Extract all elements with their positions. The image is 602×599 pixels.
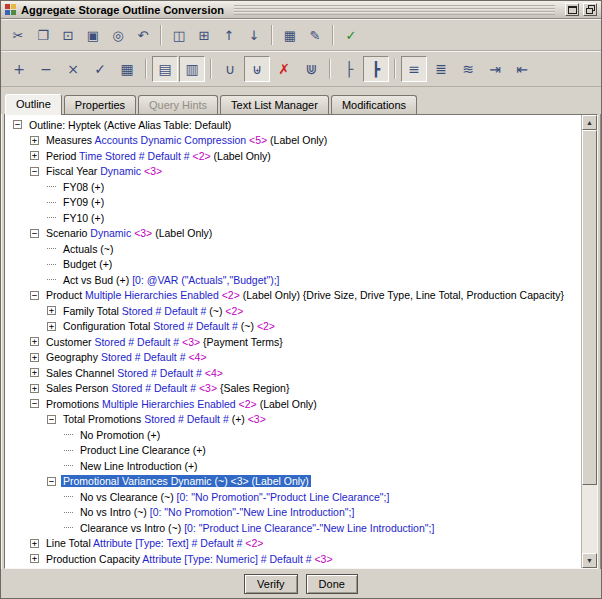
tab-text-list-manager[interactable]: Text List Manager <box>220 95 329 114</box>
tree-row[interactable]: −Total Promotions Stored # Default # (+)… <box>9 412 581 428</box>
collapse-icon[interactable]: − <box>30 399 39 408</box>
tree-row[interactable]: +Drive Type Attribute [Type: Text] # Def… <box>9 567 581 569</box>
collapse-icon[interactable]: − <box>30 291 39 300</box>
maximize-window-button[interactable] <box>565 3 579 16</box>
accept-edit-button[interactable]: ✓ <box>87 56 113 82</box>
indent-button[interactable]: ⇥ <box>482 56 508 82</box>
delete-member-button[interactable]: × <box>60 56 86 82</box>
outdent-button[interactable]: ⇤ <box>509 56 535 82</box>
tree-row[interactable]: New Line Introduction (+) <box>9 458 581 474</box>
expand-icon[interactable]: + <box>30 384 39 393</box>
tree-row[interactable]: Budget (+) <box>9 257 581 273</box>
data-grid-button[interactable]: ▦ <box>278 23 302 47</box>
undo-button[interactable]: ↶ <box>131 23 155 47</box>
expand-icon[interactable]: + <box>30 353 39 362</box>
tree-row[interactable]: +Measures Accounts Dynamic Compression <… <box>9 133 581 149</box>
tab-properties[interactable]: Properties <box>64 95 136 114</box>
outline-view-mode-button[interactable]: ▥ <box>179 56 205 82</box>
tree-row[interactable]: −Outline: Hyptek (Active Alias Table: De… <box>9 117 581 133</box>
collapse-member-button[interactable]: − <box>33 56 59 82</box>
outline-edit-mode-icon: ▤ <box>158 61 171 77</box>
done-button[interactable]: Done <box>306 574 358 594</box>
expand-icon[interactable]: + <box>30 368 39 377</box>
scroll-down-button[interactable]: ▼ <box>582 553 597 568</box>
tree-row[interactable]: −Promotions Multiple Hierarchies Enabled… <box>9 396 581 412</box>
collapse-icon[interactable]: − <box>30 167 39 176</box>
tree-row[interactable]: −Product Multiple Hierarchies Enabled <2… <box>9 288 581 304</box>
show-formulas-button[interactable]: ≋ <box>455 56 481 82</box>
tree-row[interactable]: +Period Time Stored # Default # <2> (Lab… <box>9 148 581 164</box>
main-toolbar: ✂❐⊡▣◎↶◫⊞↑↓▦✎✓ <box>1 19 601 51</box>
tree-row[interactable]: +Geography Stored # Default # <4> <box>9 350 581 366</box>
load-data-button[interactable]: ∪ <box>217 56 243 82</box>
paste-button[interactable]: ⊡ <box>56 23 80 47</box>
tab-query-hints[interactable]: Query Hints <box>138 95 218 114</box>
copy-button[interactable]: ❐ <box>31 23 55 47</box>
member-text: Customer <box>46 336 94 348</box>
verify-button[interactable]: Verify <box>244 574 298 594</box>
tree-row[interactable]: −Fiscal Year Dynamic <3> <box>9 164 581 180</box>
scrollbar-track[interactable] <box>582 130 597 553</box>
tree-row[interactable]: +Family Total Stored # Default # (~) <2> <box>9 303 581 319</box>
expand-icon[interactable]: + <box>30 151 39 160</box>
clear-data-button[interactable]: ✗ <box>271 56 297 82</box>
outline-tree[interactable]: −Outline: Hyptek (Active Alias Table: De… <box>5 115 581 568</box>
expand-icon[interactable]: + <box>47 322 56 331</box>
tree-row[interactable]: Clearance vs Intro (~) [0: "Product Line… <box>9 520 581 536</box>
scroll-up-button[interactable]: ▲ <box>582 115 597 130</box>
tree-row[interactable]: +Sales Channel Stored # Default # <4> <box>9 365 581 381</box>
accept-edit-icon: ✓ <box>94 61 106 77</box>
collapse-icon[interactable]: − <box>30 229 39 238</box>
tree-row[interactable]: +Sales Person Stored # Default # <3> {Sa… <box>9 381 581 397</box>
member-label: Budget (+) <box>61 258 114 270</box>
tree-row[interactable]: Act vs Bud (+) [0: @VAR ("Actuals","Budg… <box>9 272 581 288</box>
tree-row[interactable]: FY10 (+) <box>9 210 581 226</box>
tab-modifications[interactable]: Modifications <box>331 95 417 114</box>
outline-edit-mode-button[interactable]: ▤ <box>152 56 178 82</box>
insert-member-button[interactable]: ⊞ <box>192 23 216 47</box>
cut-button[interactable]: ✂ <box>6 23 30 47</box>
title-bar[interactable]: Aggregate Storage Outline Conversion <box>1 1 601 19</box>
show-aliases-button[interactable]: ≣ <box>428 56 454 82</box>
expand-member-button[interactable]: + <box>6 56 32 82</box>
tab-outline[interactable]: Outline <box>5 94 62 115</box>
build-dimensions-button[interactable]: ⊎ <box>244 56 270 82</box>
tree-row[interactable]: FY08 (+) <box>9 179 581 195</box>
expand-icon[interactable]: + <box>30 554 39 563</box>
expand-icon[interactable]: + <box>30 539 39 548</box>
show-hierarchy-button[interactable]: ├ <box>336 56 362 82</box>
sort-ascending-button[interactable]: ↑ <box>217 23 241 47</box>
expand-icon[interactable]: + <box>30 136 39 145</box>
edit-formula-button[interactable]: ✎ <box>303 23 327 47</box>
member-properties-button[interactable]: ▦ <box>114 56 140 82</box>
insert-dimension-button[interactable]: ◫ <box>167 23 191 47</box>
member-text: Stored # Default # <box>122 305 210 317</box>
expand-icon[interactable]: + <box>30 337 39 346</box>
scrollbar-thumb[interactable] <box>582 130 597 485</box>
tree-row[interactable]: No vs Clearance (~) [0: "No Promotion"-"… <box>9 489 581 505</box>
verify-outline-button[interactable]: ✓ <box>339 23 363 47</box>
collapse-icon[interactable]: − <box>13 120 22 129</box>
tree-row[interactable]: Actuals (~) <box>9 241 581 257</box>
tree-row[interactable]: FY09 (+) <box>9 195 581 211</box>
tree-row[interactable]: −Scenario Dynamic <3> (Label Only) <box>9 226 581 242</box>
tree-row[interactable]: +Customer Stored # Default # <3> {Paymen… <box>9 334 581 350</box>
restore-window-button[interactable] <box>583 3 597 16</box>
tree-row[interactable]: +Configuration Total Stored # Default # … <box>9 319 581 335</box>
edit-hierarchy-button[interactable]: ┣ <box>363 56 389 82</box>
tree-row[interactable]: +Production Capacity Attribute [Type: Nu… <box>9 551 581 567</box>
tree-row[interactable]: Product Line Clearance (+) <box>9 443 581 459</box>
tree-row[interactable]: No Promotion (+) <box>9 427 581 443</box>
collapse-icon[interactable]: − <box>47 477 56 486</box>
search-button[interactable]: ◎ <box>106 23 130 47</box>
expand-icon[interactable]: + <box>47 306 56 315</box>
tree-row[interactable]: +Line Total Attribute [Type: Text] # Def… <box>9 536 581 552</box>
export-data-button[interactable]: ⋓ <box>298 56 324 82</box>
tree-row[interactable]: No vs Intro (~) [0: "No Promotion"-"New … <box>9 505 581 521</box>
vertical-scrollbar[interactable]: ▲ ▼ <box>581 115 597 568</box>
sort-descending-button[interactable]: ↓ <box>242 23 266 47</box>
collapse-icon[interactable]: − <box>47 415 56 424</box>
paste-special-button[interactable]: ▣ <box>81 23 105 47</box>
show-member-names-button[interactable]: ≡ <box>401 56 427 82</box>
tree-row[interactable]: −Promotional Variances Dynamic (~) <3> (… <box>9 474 581 490</box>
